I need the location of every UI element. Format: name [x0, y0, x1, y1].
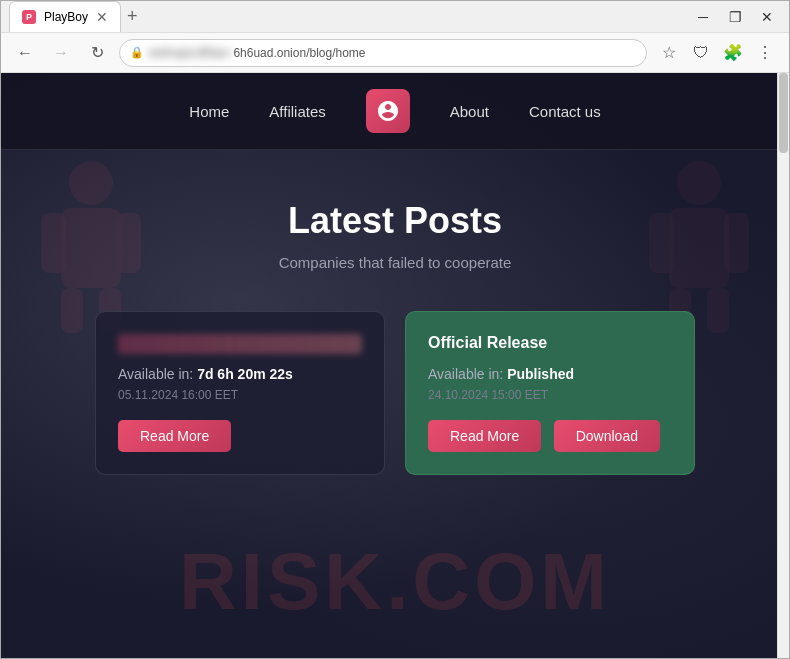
browser-window: P PlayBoy ✕ + ─ ❐ ✕ ← → ↻ 🔒 vlofmq2u3f5a…: [0, 0, 790, 659]
extension-button[interactable]: 🧩: [719, 39, 747, 67]
close-button[interactable]: ✕: [753, 5, 781, 29]
nav-affiliates[interactable]: Affiliates: [269, 103, 325, 120]
tab-close-button[interactable]: ✕: [96, 10, 108, 24]
card-1-read-more-button[interactable]: Read More: [118, 420, 231, 452]
site-watermark: RISK.COM: [179, 536, 611, 628]
site-main: Latest Posts Companies that failed to co…: [1, 150, 789, 505]
card-2-date: 24.10.2024 15:00 EET: [428, 388, 672, 402]
title-bar: P PlayBoy ✕ + ─ ❐ ✕: [1, 1, 789, 33]
shield-icon[interactable]: 🛡: [687, 39, 715, 67]
nav-logo[interactable]: [366, 89, 410, 133]
menu-button[interactable]: ⋮: [751, 39, 779, 67]
restore-button[interactable]: ❐: [721, 5, 749, 29]
back-button[interactable]: ←: [11, 39, 39, 67]
card-2-download-button[interactable]: Download: [554, 420, 660, 452]
card-1-availability: Available in: 7d 6h 20m 22s: [118, 366, 362, 382]
card-2-title: Official Release: [428, 334, 672, 354]
nav-home[interactable]: Home: [189, 103, 229, 120]
tab-strip: P PlayBoy ✕ +: [9, 1, 689, 32]
card-2-read-more-button[interactable]: Read More: [428, 420, 541, 452]
card-1-title: [118, 334, 362, 354]
nav-contact[interactable]: Contact us: [529, 103, 601, 120]
card-1-availability-value: 7d 6h 20m 22s: [197, 366, 293, 382]
card-2-availability: Available in: Published: [428, 366, 672, 382]
window-controls: ─ ❐ ✕: [689, 5, 781, 29]
card-1-date: 05.11.2024 16:00 EET: [118, 388, 362, 402]
browser-tab[interactable]: P PlayBoy ✕: [9, 1, 121, 32]
lock-icon: 🔒: [130, 46, 144, 59]
cards-container: Available in: 7d 6h 20m 22s 05.11.2024 1…: [21, 311, 769, 475]
site-nav: Home Affiliates About Contact us: [1, 73, 789, 150]
reload-button[interactable]: ↻: [83, 39, 111, 67]
address-bar: ← → ↻ 🔒 vlofmq2u3f5am 6h6uad.onion/blog/…: [1, 33, 789, 73]
url-bar[interactable]: 🔒 vlofmq2u3f5am 6h6uad.onion/blog/home: [119, 39, 647, 67]
card-2: Official Release Available in: Published…: [405, 311, 695, 475]
webpage: RISK.COM: [1, 73, 789, 658]
minimize-button[interactable]: ─: [689, 5, 717, 29]
bookmark-button[interactable]: ☆: [655, 39, 683, 67]
card-2-availability-value: Published: [507, 366, 574, 382]
scrollbar-thumb[interactable]: [779, 73, 788, 153]
new-tab-button[interactable]: +: [121, 6, 144, 27]
logo-icon: [376, 99, 400, 123]
page-title: Latest Posts: [21, 200, 769, 242]
url-text: vlofmq2u3f5am 6h6uad.onion/blog/home: [148, 46, 366, 60]
toolbar-icons: ☆ 🛡 🧩 ⋮: [655, 39, 779, 67]
site-content: RISK.COM: [1, 73, 789, 658]
nav-about[interactable]: About: [450, 103, 489, 120]
forward-button[interactable]: →: [47, 39, 75, 67]
card-1: Available in: 7d 6h 20m 22s 05.11.2024 1…: [95, 311, 385, 475]
tab-favicon: P: [22, 10, 36, 24]
tab-title: PlayBoy: [44, 10, 88, 24]
page-subtitle: Companies that failed to cooperate: [21, 254, 769, 271]
